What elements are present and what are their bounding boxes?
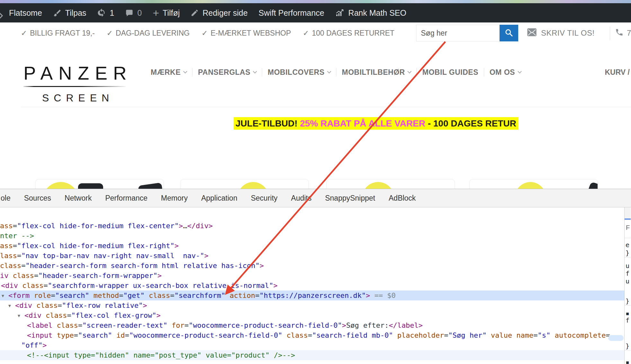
- code-segment: type: [57, 331, 74, 339]
- code-segment: =: [170, 291, 174, 299]
- chevron-down-icon: [518, 69, 522, 74]
- tab-console-partial[interactable]: ole: [0, 189, 17, 207]
- code-line[interactable]: ▼<div class="flex-row relative">: [0, 300, 624, 310]
- admin-item-comments[interactable]: 0: [125, 8, 142, 18]
- code-segment: >: [204, 252, 209, 260]
- phone-link[interactable]: 71: [615, 22, 631, 44]
- code-segment: =: [13, 242, 17, 250]
- devtools-body: ass="flex-col hide-for-medium flex-cente…: [0, 207, 631, 364]
- disclosure-triangle-icon[interactable]: ▼: [2, 291, 8, 301]
- code-segment: <div: [24, 311, 46, 319]
- banner-text: JULE-TILBUD!: [236, 118, 300, 128]
- code-segment: >: [366, 291, 370, 299]
- usp-item: ✓DAG-DAG LEVERING: [107, 29, 190, 38]
- tab-adblock[interactable]: AdBlock: [382, 189, 422, 207]
- wp-logo-partial-icon: [0, 12, 5, 20]
- code-segment: "searchform": [174, 291, 226, 299]
- chevron-down-icon: [253, 69, 257, 74]
- admin-item-new[interactable]: + Tilføj: [153, 7, 180, 18]
- search-button[interactable]: [500, 25, 518, 41]
- code-segment: class: [22, 282, 43, 290]
- admin-item-updates[interactable]: 1: [97, 8, 114, 18]
- cart-link[interactable]: KURV /: [605, 64, 630, 80]
- tab-security[interactable]: Security: [244, 189, 284, 207]
- code-segment: == $0: [370, 291, 395, 299]
- usp-item: ✓E-MÆRKET WEBSHOP: [201, 29, 291, 38]
- code-line[interactable]: "off">: [0, 340, 624, 350]
- code-line[interactable]: nter -->: [0, 231, 624, 241]
- admin-item-flatsome[interactable]: Flatsome: [9, 8, 42, 18]
- disclosure-triangle-icon[interactable]: ▼: [8, 301, 15, 311]
- code-segment: placeholder: [397, 331, 444, 339]
- code-segment: class: [57, 321, 78, 329]
- code-segment: "flex-col flex-grow": [71, 311, 156, 319]
- style-rule-fragment: e: [626, 241, 629, 249]
- code-segment: =: [533, 331, 538, 339]
- tab-network[interactable]: Network: [58, 189, 98, 207]
- tab-snappysnippet[interactable]: SnappySnippet: [318, 189, 382, 207]
- nav-item-maerke[interactable]: MÆRKE: [145, 68, 192, 77]
- code-line[interactable]: <div class="searchform-wrapper ux-search…: [0, 281, 624, 290]
- update-refresh-icon: [97, 8, 106, 17]
- code-line[interactable]: <input type="search" id="woocommerce-pro…: [0, 330, 624, 340]
- code-segment: >: [157, 272, 162, 280]
- admin-item-customize[interactable]: Tilpas: [53, 8, 86, 18]
- styles-tab-underline: [625, 219, 631, 220]
- admin-item-swift-performance[interactable]: Swift Performance: [259, 8, 324, 18]
- tab-sources[interactable]: Sources: [17, 189, 58, 207]
- disclosure-triangle-icon[interactable]: ▼: [18, 311, 24, 321]
- style-rule-fragment: }: [626, 342, 629, 350]
- code-segment: "get": [123, 291, 145, 299]
- tab-audits[interactable]: Audits: [284, 189, 318, 207]
- code-segment: "search-field mb-0": [312, 331, 393, 339]
- code-line[interactable]: iv class="header-search-form-wrapper">: [0, 271, 624, 281]
- code-line[interactable]: <!--<input type="hidden" name="post_type…: [0, 350, 624, 360]
- code-segment: "flex-row relative": [62, 301, 143, 309]
- code-segment: <!--<input type="hidden" name="post_type…: [27, 351, 295, 359]
- contact-link[interactable]: SKRIV TIL OS!: [527, 22, 595, 44]
- code-segment: role: [34, 291, 51, 299]
- code-segment: <input: [27, 331, 57, 339]
- chevron-down-icon: [408, 69, 412, 74]
- site-logo[interactable]: PANZER SCREEN: [23, 62, 129, 104]
- wp-admin-bar: Flatsome Tilpas 1 0 + Tilføj Rediger sid…: [0, 3, 631, 22]
- banner-text: - 100 DAGES RETUR: [425, 118, 516, 128]
- code-segment: [487, 331, 491, 339]
- code-segment: [167, 321, 172, 329]
- tab-performance[interactable]: Performance: [98, 189, 154, 207]
- code-segment: "s": [538, 331, 551, 339]
- code-segment: action: [230, 291, 255, 299]
- nav-item-mobil-guides[interactable]: MOBIL GUIDES: [417, 68, 484, 77]
- code-segment: >: [143, 301, 147, 309]
- code-line[interactable]: ▼<form role="search" method="get" class=…: [0, 290, 624, 300]
- code-line[interactable]: ass="flex-col hide-for-medium flex-right…: [0, 241, 624, 251]
- code-segment: "woocommerce-product-search-field-0": [189, 321, 342, 329]
- nav-item-mobiltilbehor[interactable]: MOBILTILBEHØR: [336, 68, 416, 77]
- nav-item-om-os[interactable]: OM OS: [484, 68, 527, 77]
- topbar-divider: [610, 27, 610, 40]
- code-line[interactable]: <label class="screen-reader-text" for="w…: [0, 320, 624, 330]
- code-segment: [112, 331, 116, 339]
- admin-item-rank-math[interactable]: Rank Math SEO: [335, 8, 406, 18]
- code-line[interactable]: class="header-search-form search-form ht…: [0, 261, 624, 271]
- style-rule-fragment: ▪: [626, 358, 629, 364]
- code-line[interactable]: ▼<div class="flex-col flex-grow">: [0, 310, 624, 320]
- code-line[interactable]: lass="nav top-bar-nav nav-right nav-smal…: [0, 251, 624, 261]
- code-line[interactable]: ass="flex-col hide-for-medium flex-cente…: [0, 221, 624, 231]
- search-input[interactable]: [416, 25, 500, 41]
- tab-application[interactable]: Application: [194, 189, 244, 207]
- code-segment: =: [43, 282, 48, 290]
- code-segment: "https://panzerscreen.dk": [260, 291, 366, 299]
- code-segment: class: [149, 291, 170, 299]
- check-icon: ✓: [303, 29, 309, 38]
- nav-item-mobilcovers[interactable]: MOBILCOVERS: [262, 68, 336, 77]
- admin-item-edit-page[interactable]: Rediger side: [191, 8, 247, 18]
- styles-filter-fragment[interactable]: F: [626, 224, 630, 231]
- code-segment: =: [444, 331, 448, 339]
- tab-memory[interactable]: Memory: [154, 189, 194, 207]
- code-segment: <div: [15, 301, 36, 309]
- code-segment: >: [342, 321, 346, 329]
- code-segment: class: [13, 272, 34, 280]
- nav-item-panserglas[interactable]: PANSERGLAS: [192, 68, 262, 77]
- code-segment: "Søg her": [448, 331, 486, 339]
